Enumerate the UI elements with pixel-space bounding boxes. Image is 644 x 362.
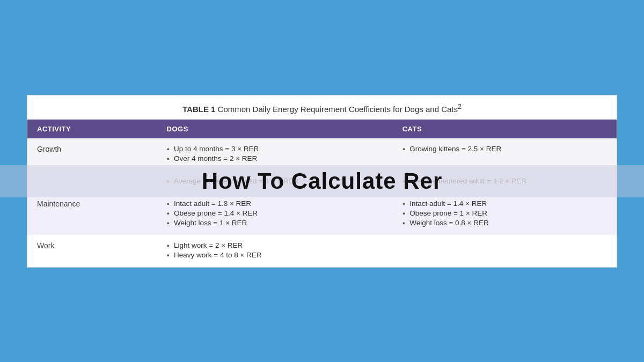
cats-cell-work bbox=[393, 235, 617, 267]
list-item: Light work = 2 × RER bbox=[167, 241, 383, 249]
header-activity: ACTIVITY bbox=[27, 120, 157, 138]
list-item: Weight loss = 1 × RER bbox=[167, 219, 383, 227]
cats-bullets-maintenance: Intact adult = 1.4 × RER Obese prone = 1… bbox=[402, 200, 607, 227]
cats-bullets-growth: Growing kittens = 2.5 × RER bbox=[402, 145, 607, 153]
list-item: Up to 4 months = 3 × RER bbox=[167, 145, 383, 153]
cats-cell-maintenance: Intact adult = 1.4 × RER Obese prone = 1… bbox=[393, 193, 617, 235]
table-superscript: 2 bbox=[458, 103, 462, 110]
dogs-bullets-work: Light work = 2 × RER Heavy work = 4 to 8… bbox=[167, 241, 383, 259]
table-row: Work Light work = 2 × RER Heavy work = 4… bbox=[27, 235, 617, 267]
table-header-row: ACTIVITY DOGS CATS bbox=[27, 120, 617, 138]
list-item: Over 4 months = 2 × RER bbox=[167, 154, 383, 162]
table-title-rest: Common Daily Energy Requirement Coeffici… bbox=[215, 105, 458, 114]
list-item: Intact adult = 1.4 × RER bbox=[402, 200, 607, 208]
activity-cell-work: Work bbox=[27, 235, 157, 267]
dogs-cell-work: Light work = 2 × RER Heavy work = 4 to 8… bbox=[157, 235, 393, 267]
dogs-cell-maintenance: Intact adult = 1.8 × RER Obese prone = 1… bbox=[157, 193, 393, 235]
header-cats: CATS bbox=[393, 120, 617, 138]
list-item: Obese prone = 1.4 × RER bbox=[167, 209, 383, 217]
header-dogs: DOGS bbox=[157, 120, 393, 138]
overlay-text: How To Calculate Rer bbox=[202, 168, 443, 194]
list-item: Growing kittens = 2.5 × RER bbox=[402, 145, 607, 153]
list-item: Heavy work = 4 to 8 × RER bbox=[167, 251, 383, 259]
overlay-banner: How To Calculate Rer bbox=[0, 165, 644, 197]
list-item: Weight loss = 0.8 × RER bbox=[402, 219, 607, 227]
list-item: Intact adult = 1.8 × RER bbox=[167, 200, 383, 208]
activity-cell-maintenance: Maintenance bbox=[27, 193, 157, 235]
table-title: TABLE 1 Common Daily Energy Requirement … bbox=[27, 95, 617, 120]
table-title-bold: TABLE 1 bbox=[182, 105, 215, 114]
table-row: Maintenance Intact adult = 1.8 × RER Obe… bbox=[27, 193, 617, 235]
list-item: Obese prone = 1 × RER bbox=[402, 209, 607, 217]
dogs-bullets-growth: Up to 4 months = 3 × RER Over 4 months =… bbox=[167, 145, 383, 162]
dogs-bullets-maintenance: Intact adult = 1.8 × RER Obese prone = 1… bbox=[167, 200, 383, 227]
